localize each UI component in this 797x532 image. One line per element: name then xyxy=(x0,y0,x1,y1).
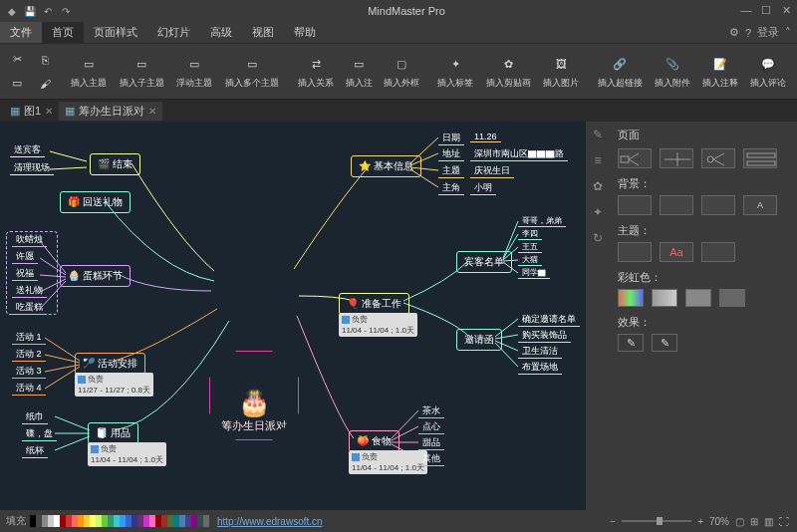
insert-attach-button[interactable]: 📎插入附件 xyxy=(650,52,695,91)
qat-undo-icon[interactable]: ↶ xyxy=(40,3,56,19)
zoom-in-icon[interactable]: + xyxy=(697,516,703,527)
close-button[interactable]: ✕ xyxy=(779,4,793,18)
doc-tab-2[interactable]: ▦筹办生日派对✕ xyxy=(59,102,162,121)
info-date-l[interactable]: 日期 xyxy=(438,132,464,145)
menu-view[interactable]: 视图 xyxy=(242,22,284,43)
leaf-cake-e[interactable]: 吃蛋糕 xyxy=(12,301,47,315)
zoom-slider[interactable] xyxy=(622,520,691,522)
info-own[interactable]: 小明 xyxy=(470,181,496,195)
leaf-cake-c[interactable]: 祝福 xyxy=(12,267,38,281)
insert-topic-button[interactable]: ▭插入主题 xyxy=(66,52,112,91)
leaf-inv-d[interactable]: 布置场地 xyxy=(518,361,562,375)
insert-marker-button[interactable]: 🏷插入标签 xyxy=(793,52,797,91)
effect-sw-1[interactable]: ✎ xyxy=(618,334,644,352)
node-guest[interactable]: 宾客名单 xyxy=(456,251,512,273)
insert-relation-button[interactable]: ⇄插入关系 xyxy=(293,52,339,91)
leaf-cake-b[interactable]: 许愿 xyxy=(12,250,38,264)
leaf-g2[interactable]: 李四 xyxy=(518,228,542,240)
paste-icon[interactable]: ▭ xyxy=(6,73,28,95)
doc-tab-1[interactable]: ▦图1✕ xyxy=(4,102,59,121)
zoom-out-icon[interactable]: − xyxy=(610,516,616,527)
leaf-inv-b[interactable]: 购买装饰品 xyxy=(518,329,571,343)
rainbow-sw-3[interactable] xyxy=(685,289,711,307)
menu-slideshow[interactable]: 幻灯片 xyxy=(147,22,200,43)
theme-thumb-1[interactable] xyxy=(618,242,652,262)
node-activity[interactable]: 🏸 活动安排 xyxy=(75,353,145,375)
copy-icon[interactable]: ⎘ xyxy=(34,49,56,71)
insert-comment-button[interactable]: 💬插入评论 xyxy=(745,52,791,91)
info-date[interactable]: 11.26 xyxy=(470,132,501,142)
leaf-act-3[interactable]: 活动 3 xyxy=(12,365,46,379)
node-prep[interactable]: 🎈 准备工作 xyxy=(339,293,409,315)
node-gift[interactable]: 🎁 回送礼物 xyxy=(60,191,131,213)
cut-icon[interactable]: ✂ xyxy=(6,49,28,71)
canvas[interactable]: 🎂 筹办生日派对 🎬 结束 送宾客 清理现场 🎁 回送礼物 🧁 蛋糕环节 吹蜡烛… xyxy=(0,122,586,510)
insert-note-button[interactable]: 📝插入注释 xyxy=(697,52,743,91)
leaf-inv-c[interactable]: 卫生清洁 xyxy=(518,345,562,359)
node-food[interactable]: 🍑 食物 xyxy=(349,430,399,452)
leaf-sup-c[interactable]: 纸杯 xyxy=(22,444,48,458)
qat-save-icon[interactable]: 💾 xyxy=(22,3,38,19)
view-mode-1-icon[interactable]: ▢ xyxy=(735,516,744,527)
layout-thumb-3[interactable] xyxy=(701,148,735,168)
leaf-cake-d[interactable]: 送礼物 xyxy=(12,284,47,298)
rainbow-sw-2[interactable] xyxy=(652,289,677,307)
leaf-cake-a[interactable]: 吹蜡烛 xyxy=(12,233,47,247)
leaf-g5[interactable]: 同学▇ xyxy=(518,267,550,279)
leaf-sup-b[interactable]: 碟，盘 xyxy=(22,427,57,441)
effect-sw-2[interactable]: ✎ xyxy=(652,334,677,352)
rainbow-sw-1[interactable] xyxy=(618,289,644,307)
central-topic[interactable]: 🎂 筹办生日派对 xyxy=(209,351,299,440)
layout-thumb-4[interactable] xyxy=(743,148,777,168)
info-top[interactable]: 庆祝生日 xyxy=(470,164,514,178)
help-icon[interactable]: ? xyxy=(745,27,751,39)
leaf-f4[interactable]: 其他 xyxy=(418,452,444,466)
minimize-button[interactable]: — xyxy=(739,4,753,18)
maximize-button[interactable]: ☐ xyxy=(759,4,773,18)
layout-thumb-1[interactable] xyxy=(618,148,652,168)
theme-thumb-3[interactable] xyxy=(701,242,735,262)
leaf-g4[interactable]: 大猫 xyxy=(518,254,542,266)
insert-image-button[interactable]: 🖼插入图片 xyxy=(538,52,584,91)
menu-home[interactable]: 首页 xyxy=(42,22,84,43)
login-button[interactable]: 登录 xyxy=(757,25,779,40)
format-painter-icon[interactable]: 🖌 xyxy=(34,73,56,95)
info-addr[interactable]: 深圳市南山区▇▇▇路 xyxy=(470,147,568,161)
node-cake[interactable]: 🧁 蛋糕环节 xyxy=(60,265,131,287)
node-end[interactable]: 🎬 结束 xyxy=(90,153,140,175)
format-tab-icon[interactable]: ✎ xyxy=(590,128,606,143)
leaf-g1[interactable]: 哥哥，弟弟 xyxy=(518,215,566,227)
leaf-f1[interactable]: 茶水 xyxy=(418,404,444,418)
fullscreen-icon[interactable]: ⛶ xyxy=(779,516,789,527)
insert-multi-button[interactable]: ▭插入多个主题 xyxy=(219,52,285,91)
info-addr-l[interactable]: 地址 xyxy=(438,147,464,161)
info-top-l[interactable]: 主题 xyxy=(438,164,464,178)
collapse-ribbon-icon[interactable]: ˄ xyxy=(785,26,791,39)
insert-frame-button[interactable]: ▢插入外框 xyxy=(379,52,424,91)
theme-thumb-2[interactable]: Aa xyxy=(660,242,693,262)
leaf-f3[interactable]: 甜品 xyxy=(418,436,444,450)
leaf-inv-a[interactable]: 确定邀请名单 xyxy=(518,313,580,327)
bg-thumb-3[interactable] xyxy=(701,195,735,215)
leaf-act-1[interactable]: 活动 1 xyxy=(12,331,46,345)
settings-icon[interactable]: ⚙ xyxy=(729,26,739,39)
leaf-end-b[interactable]: 清理现场 xyxy=(10,161,54,175)
menu-advanced[interactable]: 高级 xyxy=(200,22,242,43)
close-tab-icon[interactable]: ✕ xyxy=(148,106,156,117)
qat-redo-icon[interactable]: ↷ xyxy=(58,3,74,19)
node-info[interactable]: ⭐ 基本信息 xyxy=(351,155,421,177)
leaf-end-a[interactable]: 送宾客 xyxy=(10,143,45,157)
website-link[interactable]: http://www.edrawsoft.cn xyxy=(217,516,323,527)
view-mode-3-icon[interactable]: ▥ xyxy=(764,516,773,527)
close-tab-icon[interactable]: ✕ xyxy=(45,106,53,117)
node-inv[interactable]: 邀请函 xyxy=(456,329,502,351)
view-mode-2-icon[interactable]: ⊞ xyxy=(750,516,758,527)
leaf-g3[interactable]: 王五 xyxy=(518,241,542,253)
layout-thumb-2[interactable] xyxy=(660,148,693,168)
icons-tab-icon[interactable]: ✿ xyxy=(590,179,606,195)
menu-page-style[interactable]: 页面样式 xyxy=(84,22,147,43)
color-strip[interactable] xyxy=(30,515,209,527)
node-supply[interactable]: 🧻 用品 xyxy=(88,422,138,444)
leaf-sup-a[interactable]: 纸巾 xyxy=(22,410,48,424)
bg-thumb-1[interactable] xyxy=(618,195,652,215)
